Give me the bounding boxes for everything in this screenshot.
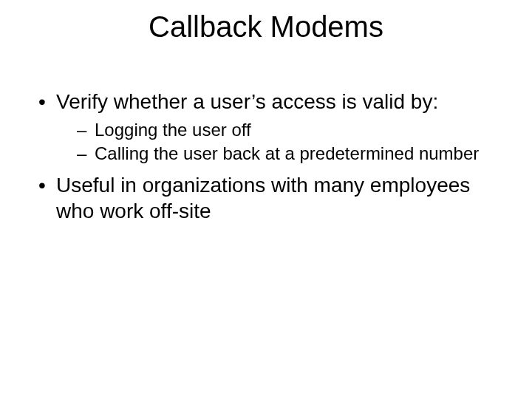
- bullet-item: Useful in organizations with many employ…: [35, 172, 497, 224]
- bullet-list: Verify whether a user’s access is valid …: [35, 89, 497, 224]
- bullet-text: Verify whether a user’s access is valid …: [56, 90, 438, 113]
- sub-bullet-text: Logging the user off: [95, 120, 251, 140]
- bullet-item: Verify whether a user’s access is valid …: [35, 89, 497, 165]
- sub-bullet-item: Calling the user back at a predetermined…: [56, 143, 497, 165]
- slide-title: Callback Modems: [0, 10, 532, 44]
- bullet-text: Useful in organizations with many employ…: [56, 174, 470, 222]
- sub-bullet-text: Calling the user back at a predetermined…: [95, 143, 479, 163]
- sub-bullet-item: Logging the user off: [56, 119, 497, 141]
- slide-body: Verify whether a user’s access is valid …: [35, 89, 497, 227]
- slide: Callback Modems Verify whether a user’s …: [0, 0, 532, 399]
- sub-bullet-list: Logging the user off Calling the user ba…: [56, 119, 497, 165]
